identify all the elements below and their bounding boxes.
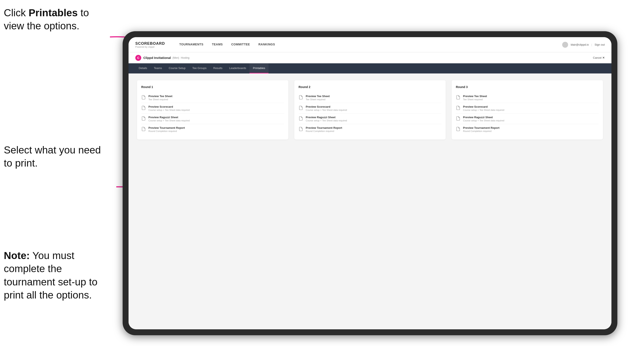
round3-tournament-report-subtitle: Round Completion required — [463, 130, 599, 132]
round-1-column: Round 1 Preview Tee Sheet Tee Sheet requ… — [137, 80, 288, 140]
round3-scorecard-title: Preview Scorecard — [463, 105, 599, 108]
round1-tee-sheet[interactable]: Preview Tee Sheet Tee Sheet required — [141, 92, 284, 103]
tournament-bar: C Clippd Invitational (Men) Hosting Canc… — [128, 52, 612, 63]
round3-raguzzi-title: Preview Raguzzi Sheet — [463, 116, 599, 119]
document-icon — [456, 116, 460, 121]
round2-tournament-report-title: Preview Tournament Report — [306, 126, 442, 129]
round1-scorecard-subtitle: Course setup + Tee Sheet data required — [148, 109, 284, 111]
tournament-status: Hosting — [181, 56, 190, 59]
tournament-name: Clippd Invitational — [143, 56, 171, 59]
round3-scorecard-subtitle: Course setup + Tee Sheet data required — [463, 109, 599, 111]
logo-area: SCOREBOARD Powered by clippd — [135, 41, 165, 48]
document-icon — [141, 127, 146, 131]
round-1-title: Round 1 — [141, 85, 284, 89]
round3-raguzzi[interactable]: Preview Raguzzi Sheet Course setup + Tee… — [456, 114, 599, 124]
round1-tee-sheet-title: Preview Tee Sheet — [148, 95, 284, 98]
sign-out-link[interactable]: Sign out — [594, 43, 605, 46]
logo-sub: Powered by clippd — [135, 46, 165, 48]
nav-item-rankings[interactable]: RANKINGS — [254, 37, 279, 52]
round2-tee-sheet-title: Preview Tee Sheet — [306, 95, 442, 98]
round2-scorecard-subtitle: Course setup + Tee Sheet data required — [306, 109, 442, 111]
round1-scorecard[interactable]: Preview Scorecard Course setup + Tee She… — [141, 103, 284, 114]
instruction-top-bold: Printables — [28, 7, 78, 18]
round-2-title: Round 2 — [298, 85, 442, 89]
round1-scorecard-title: Preview Scorecard — [148, 105, 284, 108]
tablet-device: SCOREBOARD Powered by clippd TOURNAMENTS… — [123, 31, 617, 335]
instruction-bottom: Note: You must complete the tournament s… — [4, 249, 114, 302]
nav-item-teams[interactable]: TEAMS — [208, 37, 227, 52]
logo-title: SCOREBOARD — [135, 41, 165, 46]
round3-raguzzi-subtitle: Course setup + Tee Sheet data required — [463, 119, 599, 122]
document-icon — [141, 106, 146, 110]
round2-raguzzi[interactable]: Preview Raguzzi Sheet Course setup + Tee… — [298, 114, 442, 124]
round-2-column: Round 2 Preview Tee Sheet Tee Sheet requ… — [294, 80, 446, 140]
document-icon — [141, 95, 146, 100]
round-3-column: Round 3 Preview Tee Sheet Tee Sheet requ… — [452, 80, 603, 140]
tab-tee-groups[interactable]: Tee Groups — [189, 63, 210, 73]
round1-tournament-report[interactable]: Preview Tournament Report Round Completi… — [141, 124, 284, 135]
instruction-mid-text: Select what you need to print. — [4, 144, 101, 169]
round2-tee-sheet[interactable]: Preview Tee Sheet Tee Sheet required — [298, 92, 442, 103]
document-icon — [298, 116, 303, 121]
round-3-title: Round 3 — [456, 85, 599, 89]
avatar — [562, 42, 568, 48]
round2-scorecard[interactable]: Preview Scorecard Course setup + Tee She… — [298, 103, 442, 114]
tab-results[interactable]: Results — [210, 63, 226, 73]
round1-tournament-report-title: Preview Tournament Report — [148, 126, 284, 129]
tab-details[interactable]: Details — [135, 63, 150, 73]
nav-items: TOURNAMENTS TEAMS COMMITTEE RANKINGS — [175, 37, 562, 52]
document-icon — [456, 127, 460, 131]
tab-teams[interactable]: Teams — [150, 63, 165, 73]
document-icon — [298, 127, 303, 131]
round2-raguzzi-subtitle: Course setup + Tee Sheet data required — [306, 119, 442, 122]
instruction-mid: Select what you need to print. — [4, 144, 101, 170]
tab-printables[interactable]: Printables — [250, 63, 268, 73]
tab-leaderboards[interactable]: Leaderboards — [226, 63, 250, 73]
tournament-logo: C — [135, 55, 141, 61]
round3-tee-sheet[interactable]: Preview Tee Sheet Tee Sheet required — [456, 92, 599, 103]
document-icon — [141, 116, 146, 121]
tournament-tag: (Men) — [172, 56, 179, 59]
instruction-top: Click Printables to view the options. — [4, 6, 101, 33]
sub-nav: Details Teams Course Setup Tee Groups Re… — [128, 63, 612, 73]
round2-tournament-report-subtitle: Round Completion required — [306, 130, 442, 132]
nav-right: blair@clippd.io | Sign out — [562, 42, 605, 48]
round1-tournament-report-subtitle: Round Completion required — [148, 130, 284, 132]
round2-tee-sheet-subtitle: Tee Sheet required — [306, 98, 442, 101]
round3-tee-sheet-subtitle: Tee Sheet required — [463, 98, 599, 101]
document-icon — [456, 95, 460, 100]
user-email: blair@clippd.io — [571, 43, 588, 46]
tablet-screen: SCOREBOARD Powered by clippd TOURNAMENTS… — [128, 37, 612, 329]
round3-tee-sheet-title: Preview Tee Sheet — [463, 95, 599, 98]
top-nav: SCOREBOARD Powered by clippd TOURNAMENTS… — [128, 37, 612, 52]
round2-scorecard-title: Preview Scorecard — [306, 105, 442, 108]
tab-course-setup[interactable]: Course Setup — [165, 63, 189, 73]
rounds-container: Round 1 Preview Tee Sheet Tee Sheet requ… — [137, 80, 603, 140]
cancel-x-icon: ✕ — [602, 56, 605, 59]
nav-divider: | — [591, 43, 592, 46]
nav-item-committee[interactable]: COMMITTEE — [227, 37, 254, 52]
round2-tournament-report[interactable]: Preview Tournament Report Round Completi… — [298, 124, 442, 135]
document-icon — [298, 95, 303, 100]
round3-tournament-report-title: Preview Tournament Report — [463, 126, 599, 129]
nav-item-tournaments[interactable]: TOURNAMENTS — [175, 37, 208, 52]
round3-tournament-report[interactable]: Preview Tournament Report Round Completi… — [456, 124, 599, 135]
document-icon — [456, 106, 460, 110]
round1-raguzzi-subtitle: Course setup + Tee Sheet data required — [148, 119, 284, 122]
instruction-top-text1: Click — [4, 7, 28, 18]
cancel-button[interactable]: Cancel✕ — [593, 56, 605, 59]
round1-raguzzi-title: Preview Raguzzi Sheet — [148, 116, 284, 119]
main-content: Round 1 Preview Tee Sheet Tee Sheet requ… — [128, 73, 612, 329]
document-icon — [298, 106, 303, 110]
round1-tee-sheet-subtitle: Tee Sheet required — [148, 98, 284, 101]
round2-raguzzi-title: Preview Raguzzi Sheet — [306, 116, 442, 119]
round3-scorecard[interactable]: Preview Scorecard Course setup + Tee She… — [456, 103, 599, 114]
round1-raguzzi[interactable]: Preview Raguzzi Sheet Course setup + Tee… — [141, 114, 284, 124]
instruction-bottom-bold: Note: — [4, 250, 30, 261]
